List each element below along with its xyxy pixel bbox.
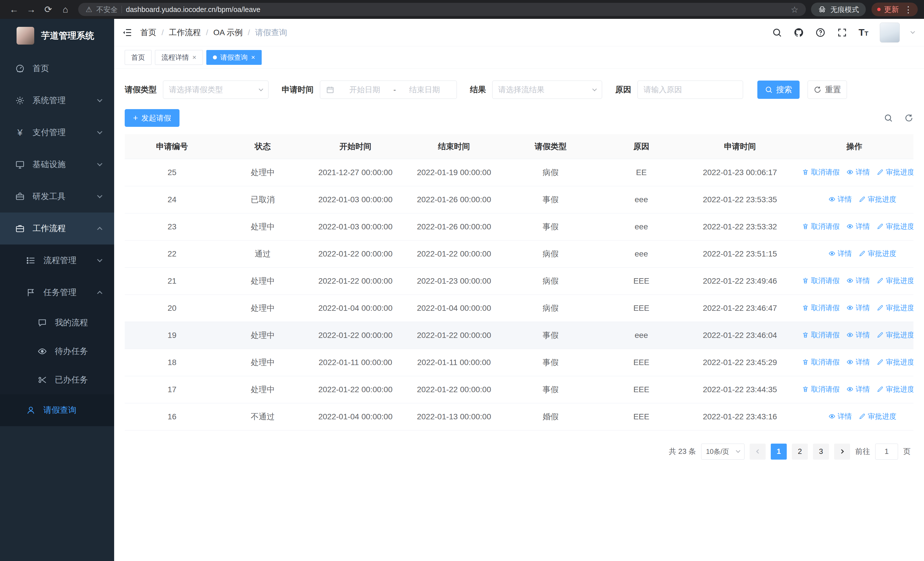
reason-input[interactable]: [638, 81, 743, 99]
col-apply-time: 申请时间: [685, 134, 795, 159]
page-button-2[interactable]: 2: [792, 444, 808, 460]
reset-button[interactable]: 重置: [808, 81, 847, 99]
sidebar-item-my-process[interactable]: 我的流程: [0, 308, 114, 337]
chat-bubble-icon: [36, 318, 48, 328]
search-button[interactable]: 搜索: [758, 81, 800, 99]
cancel-link[interactable]: 取消请假: [802, 167, 840, 177]
result-select[interactable]: 请选择流结果: [492, 81, 602, 99]
progress-link[interactable]: 审批进度: [877, 222, 914, 231]
cancel-link[interactable]: 取消请假: [802, 385, 840, 394]
browser-menu-icon[interactable]: ⋮: [902, 5, 913, 15]
sidebar-item-process-management[interactable]: 流程管理: [0, 245, 114, 277]
tab-label: 流程详情: [162, 53, 189, 62]
page-size-select[interactable]: 10条/页: [701, 444, 744, 460]
progress-link[interactable]: 审批进度: [877, 303, 914, 313]
update-label: 更新: [884, 5, 899, 15]
sidebar-item-devtools[interactable]: 研发工具: [0, 180, 114, 212]
page-button-3[interactable]: 3: [813, 444, 829, 460]
detail-link[interactable]: 详情: [828, 194, 852, 204]
goto-page-input[interactable]: [875, 444, 898, 460]
trash-icon: [802, 386, 809, 393]
cancel-link[interactable]: 取消请假: [802, 222, 840, 231]
prev-page-button[interactable]: [750, 444, 766, 460]
tab-process-detail[interactable]: 流程详情 ×: [155, 50, 203, 65]
cell-operations: 取消请假详情审批进度: [795, 349, 914, 376]
progress-link[interactable]: 审批进度: [877, 276, 914, 285]
create-leave-label: 发起请假: [141, 113, 171, 123]
page-button-1[interactable]: 1: [771, 444, 787, 460]
app-logo[interactable]: 芋道管理系统: [0, 19, 114, 53]
github-icon[interactable]: [794, 27, 804, 38]
help-icon[interactable]: [815, 27, 825, 38]
sidebar-item-workflow[interactable]: 工作流程: [0, 212, 114, 245]
breadcrumb-home[interactable]: 首页: [140, 27, 156, 38]
breadcrumb-workflow[interactable]: 工作流程: [169, 27, 201, 38]
sidebar-item-todo-tasks[interactable]: 待办任务: [0, 337, 114, 365]
cancel-link[interactable]: 取消请假: [802, 330, 840, 340]
sidebar-item-infrastructure[interactable]: 基础设施: [0, 149, 114, 180]
progress-link[interactable]: 审批进度: [859, 412, 896, 421]
progress-link[interactable]: 审批进度: [859, 249, 896, 258]
list-icon: [25, 256, 36, 265]
create-leave-button[interactable]: + 发起请假: [125, 109, 180, 127]
cell-apply-time: 2022-01-22 23:49:46: [685, 267, 795, 295]
table-row: 19处理中2022-01-22 00:00:002022-01-22 00:00…: [125, 322, 914, 349]
sidebar-item-done-tasks[interactable]: 已办任务: [0, 365, 114, 394]
cancel-link[interactable]: 取消请假: [802, 357, 840, 367]
cancel-link[interactable]: 取消请假: [802, 303, 840, 313]
search-toggle-icon[interactable]: [884, 113, 893, 123]
sidebar-item-label: 我的流程: [55, 317, 88, 328]
cell-leave-type: 事假: [503, 376, 598, 403]
cell-apply-time: 2022-01-22 23:46:47: [685, 295, 795, 322]
detail-link[interactable]: 详情: [828, 249, 852, 258]
update-button[interactable]: 更新 ⋮: [872, 3, 918, 16]
close-icon[interactable]: ×: [192, 54, 196, 61]
user-avatar[interactable]: [880, 23, 900, 42]
font-size-icon[interactable]: TT: [859, 27, 868, 38]
edit-icon: [877, 168, 884, 176]
next-page-button[interactable]: [834, 444, 850, 460]
detail-link[interactable]: 详情: [846, 330, 870, 340]
date-range-picker[interactable]: 开始日期 - 结束日期: [320, 81, 457, 99]
search-icon[interactable]: [772, 27, 782, 38]
detail-link[interactable]: 详情: [846, 222, 870, 231]
cancel-link[interactable]: 取消请假: [802, 276, 840, 285]
address-bar[interactable]: ⚠ 不安全 dashboard.yudao.iocoder.cn/bpm/oa/…: [78, 3, 806, 16]
detail-link[interactable]: 详情: [846, 357, 870, 367]
chevron-down-icon[interactable]: [910, 29, 915, 34]
sidebar-item-payment[interactable]: ¥ 支付管理: [0, 117, 114, 149]
security-warning-label[interactable]: 不安全: [96, 5, 118, 14]
cell-status: 已取消: [219, 186, 306, 213]
back-icon[interactable]: ←: [6, 2, 22, 17]
fullscreen-icon[interactable]: [837, 27, 847, 38]
table-row: 17处理中2022-01-22 00:00:002022-01-22 00:00…: [125, 376, 914, 403]
tab-leave-query[interactable]: 请假查询 ×: [206, 50, 262, 65]
leave-type-select[interactable]: 请选择请假类型: [163, 81, 268, 99]
close-icon[interactable]: ×: [251, 54, 255, 61]
sidebar-item-task-management[interactable]: 任务管理: [0, 277, 114, 308]
home-icon[interactable]: ⌂: [58, 2, 73, 17]
sidebar-item-home[interactable]: 首页: [0, 53, 114, 84]
detail-link[interactable]: 详情: [828, 412, 852, 421]
filter-form: 请假类型 请选择请假类型 申请时间 开始日期: [125, 81, 914, 99]
progress-link[interactable]: 审批进度: [859, 194, 896, 204]
breadcrumb-oa-example[interactable]: OA 示例: [213, 27, 243, 38]
tab-home[interactable]: 首页: [125, 50, 152, 65]
reload-icon[interactable]: ⟳: [40, 2, 56, 17]
breadcrumb-current: 请假查询: [255, 27, 287, 38]
progress-link[interactable]: 审批进度: [877, 330, 914, 340]
detail-link[interactable]: 详情: [846, 385, 870, 394]
forward-icon[interactable]: →: [23, 2, 39, 17]
sidebar-item-label: 工作流程: [33, 223, 66, 234]
progress-link[interactable]: 审批进度: [877, 167, 914, 177]
detail-link[interactable]: 详情: [846, 303, 870, 313]
refresh-icon[interactable]: [904, 113, 914, 123]
progress-link[interactable]: 审批进度: [877, 357, 914, 367]
menu-fold-icon[interactable]: [122, 27, 132, 38]
bookmark-star-icon[interactable]: ☆: [791, 5, 798, 15]
sidebar-item-leave-query[interactable]: 请假查询: [0, 394, 114, 426]
progress-link[interactable]: 审批进度: [877, 385, 914, 394]
detail-link[interactable]: 详情: [846, 276, 870, 285]
detail-link[interactable]: 详情: [846, 167, 870, 177]
sidebar-item-system[interactable]: 系统管理: [0, 84, 114, 117]
